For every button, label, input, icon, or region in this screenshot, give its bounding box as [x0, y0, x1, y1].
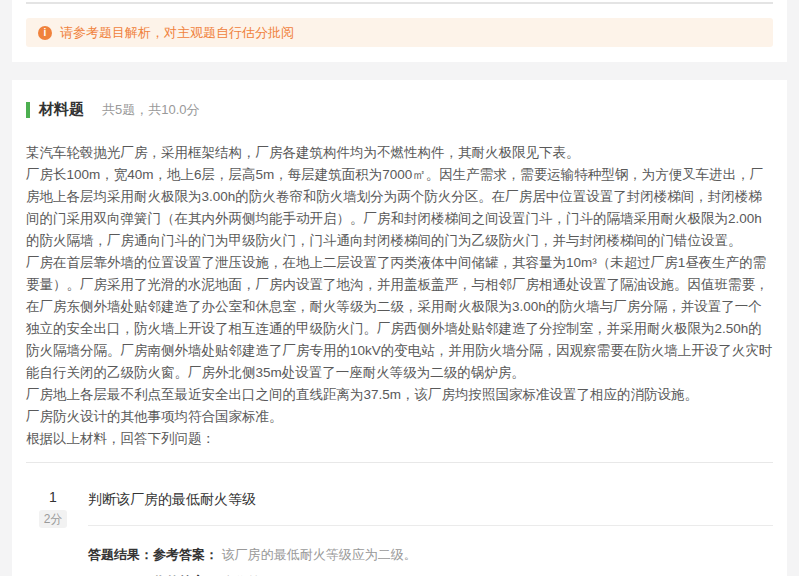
- exam-card: 材料题 共5题，共10.0分 某汽车轮毂抛光厂房，采用框架结构，厂房各建筑构件均…: [12, 80, 787, 576]
- question-number: 1: [38, 489, 68, 505]
- material-paragraph: 厂房在首层靠外墙的位置设置了泄压设施，在地上二层设置了丙类液体中间储罐，其容量为…: [26, 252, 773, 384]
- question-body: 判断该厂房的最低耐火等级 答题结果： 参考答案： 该厂房的最低耐火等级应为二级。…: [88, 489, 773, 576]
- question-divider: [88, 525, 773, 526]
- material-text: 某汽车轮毂抛光厂房，采用框架结构，厂房各建筑构件均为不燃性构件，其耐火极限见下表…: [26, 142, 773, 450]
- notice-card: i 请参考题目解析，对主观题自行估分批阅: [12, 0, 787, 62]
- answer-lines: 参考答案： 该厂房的最低耐火等级应为二级。 你的答案： 未作答: [153, 546, 417, 576]
- section-title: 材料题: [39, 100, 84, 119]
- reference-answer-text: 该厂房的最低耐火等级应为二级。: [222, 547, 417, 562]
- material-paragraph: 某汽车轮毂抛光厂房，采用框架结构，厂房各建筑构件均为不燃性构件，其耐火极限见下表…: [26, 142, 773, 164]
- section-header: 材料题 共5题，共10.0分: [26, 100, 773, 119]
- material-paragraph: 厂房地上各层最不利点至最近安全出口之间的直线距离为37.5m，该厂房均按照国家标…: [26, 384, 773, 406]
- material-paragraph: 厂房长100m，宽40m，地上6层，层高5m，每层建筑面积为7000㎡。因生产需…: [26, 164, 773, 252]
- material-paragraph: 厂房防火设计的其他事项均符合国家标准。: [26, 406, 773, 428]
- section-divider: [26, 462, 773, 463]
- question-title: 判断该厂房的最低耐火等级: [88, 489, 773, 509]
- material-paragraph: 根据以上材料，回答下列问题：: [26, 428, 773, 450]
- question-score-badge: 2分: [39, 510, 68, 528]
- alert-text: 请参考题目解析，对主观题自行估分批阅: [60, 24, 294, 42]
- section-marker-bar: [26, 102, 30, 118]
- reference-answer-label: 参考答案：: [153, 547, 218, 562]
- answer-area: 答题结果： 参考答案： 该厂房的最低耐火等级应为二级。 你的答案： 未作答 得分…: [88, 546, 773, 576]
- top-divider: [26, 2, 773, 4]
- question-block: 1 2分 判断该厂房的最低耐火等级 答题结果： 参考答案： 该厂房的最低耐火等级…: [26, 489, 773, 576]
- info-icon: i: [38, 26, 52, 40]
- question-number-column: 1 2分: [38, 489, 68, 576]
- section-summary: 共5题，共10.0分: [102, 101, 200, 119]
- warning-alert: i 请参考题目解析，对主观题自行估分批阅: [26, 18, 773, 47]
- result-label: 答题结果：: [88, 546, 153, 576]
